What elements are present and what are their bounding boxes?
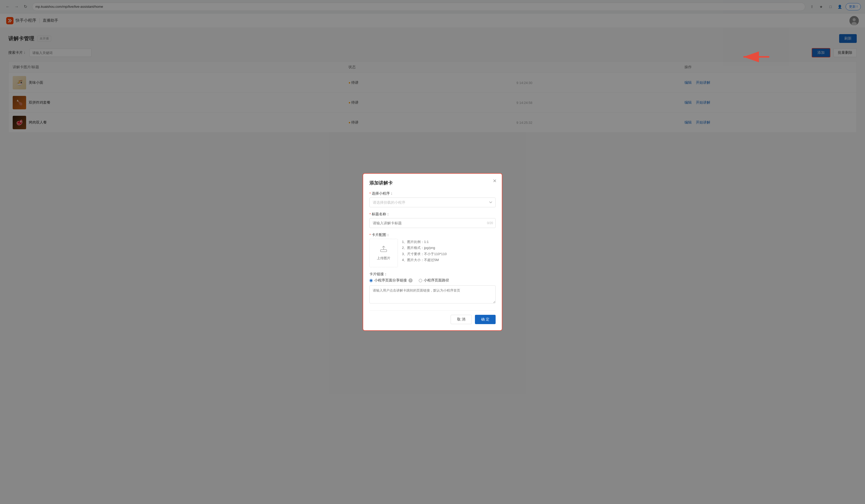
modal-overlay[interactable]: 添加讲解卡 ✕ * 选择小程序： 请选择挂载的小程序 * 标题名称： 0/20: [0, 0, 865, 139]
